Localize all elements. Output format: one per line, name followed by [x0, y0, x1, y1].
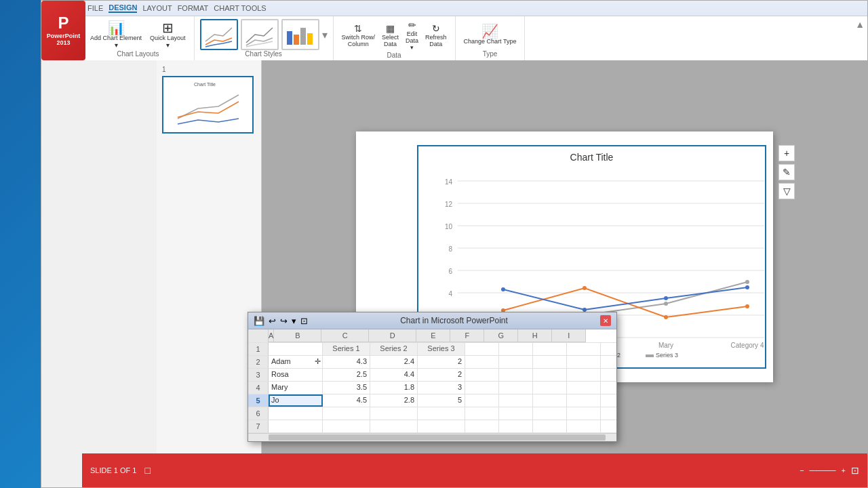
cell-c6[interactable]	[370, 407, 418, 420]
cell-i7[interactable]	[601, 420, 616, 432]
col-header-i[interactable]: I	[552, 329, 586, 342]
collapse-ribbon-button[interactable]: ▲	[852, 16, 867, 60]
chart-style-2[interactable]	[241, 19, 279, 50]
cell-h6[interactable]	[567, 407, 601, 420]
cell-c2[interactable]: 2.4	[370, 356, 418, 368]
cell-a1[interactable]	[269, 343, 323, 355]
cell-f6[interactable]	[499, 407, 533, 420]
cell-e5[interactable]	[465, 394, 499, 407]
cell-a3[interactable]: Rosa	[269, 369, 323, 381]
cell-b5[interactable]: 4.5	[323, 394, 370, 407]
cell-d5[interactable]: 5	[418, 394, 465, 407]
zoom-in-btn[interactable]: +	[842, 466, 846, 474]
cell-a5[interactable]: Jo	[269, 394, 323, 407]
cell-b6[interactable]	[323, 407, 370, 420]
add-chart-element-button[interactable]: 📊 Add Chart Element ▾	[87, 20, 144, 50]
change-chart-type-button[interactable]: 📈 Change Chart Type	[461, 23, 519, 46]
embed-icon[interactable]: ⊡	[300, 316, 308, 326]
cell-i4[interactable]	[601, 382, 616, 394]
col-header-a[interactable]: A	[269, 329, 274, 342]
file-tab[interactable]: FILE	[87, 4, 103, 12]
select-data-button[interactable]: ▦ SelectData	[380, 22, 401, 48]
fit-slide-btn[interactable]: ⊡	[851, 465, 859, 476]
cell-d2[interactable]: 2	[418, 356, 465, 368]
col-header-e[interactable]: E	[416, 329, 450, 342]
col-header-d[interactable]: D	[369, 329, 416, 342]
cell-c5[interactable]: 2.8	[370, 394, 418, 407]
cell-h3[interactable]	[567, 369, 601, 381]
more-icon[interactable]: ▾	[292, 316, 296, 326]
cell-i6[interactable]	[601, 407, 616, 420]
cell-b2[interactable]: 4.3	[323, 356, 370, 368]
col-header-g[interactable]: G	[484, 329, 518, 342]
cell-f3[interactable]	[499, 369, 533, 381]
cell-h4[interactable]	[567, 382, 601, 394]
col-header-b[interactable]: B	[274, 329, 321, 342]
save-icon[interactable]: 💾	[254, 316, 264, 326]
cell-e6[interactable]	[465, 407, 499, 420]
chart-styles-expand[interactable]: ▾	[322, 28, 328, 41]
slide-thumbnail[interactable]: Chart Title	[162, 76, 254, 134]
cell-d4[interactable]: 3	[418, 382, 465, 394]
cell-f4[interactable]	[499, 382, 533, 394]
redo-icon[interactable]: ↪	[280, 316, 288, 326]
cell-d6[interactable]	[418, 407, 465, 420]
cell-i2[interactable]	[601, 356, 616, 368]
cell-b3[interactable]: 2.5	[323, 369, 370, 381]
cell-d1[interactable]: Series 3	[418, 343, 465, 355]
cell-g4[interactable]	[533, 382, 567, 394]
cell-e4[interactable]	[465, 382, 499, 394]
layout-tab[interactable]: LAYOUT	[142, 4, 172, 12]
cell-h1[interactable]	[567, 343, 601, 355]
chart-style-1[interactable]	[200, 19, 238, 50]
cell-i3[interactable]	[601, 369, 616, 381]
cell-g1[interactable]	[533, 343, 567, 355]
chart-filter-btn[interactable]: ▽	[778, 183, 795, 199]
cell-a6[interactable]	[269, 407, 323, 420]
scroll-thumb[interactable]	[269, 434, 606, 441]
cell-g5[interactable]	[533, 394, 567, 407]
cell-a2[interactable]: Adam ✛	[269, 356, 323, 368]
add-chart-element-btn[interactable]: +	[778, 145, 795, 161]
cell-f2[interactable]	[499, 356, 533, 368]
col-header-h[interactable]: H	[518, 329, 552, 342]
cell-c7[interactable]	[370, 420, 418, 432]
chart-style-btn[interactable]: ✎	[778, 164, 795, 180]
cell-f7[interactable]	[499, 420, 533, 432]
cell-d7[interactable]	[418, 420, 465, 432]
switch-row-col-button[interactable]: ⇅ Switch Row/Column	[340, 22, 378, 48]
chart-style-3[interactable]	[281, 19, 319, 50]
cell-e3[interactable]	[465, 369, 499, 381]
dialog-close-button[interactable]: ✕	[600, 315, 611, 326]
cell-d3[interactable]: 2	[418, 369, 465, 381]
cell-f5[interactable]	[499, 394, 533, 407]
chart-design-tab[interactable]: DESIGN	[108, 3, 137, 13]
cell-c4[interactable]: 1.8	[370, 382, 418, 394]
cell-h2[interactable]	[567, 356, 601, 368]
cell-h5[interactable]	[567, 394, 601, 407]
cell-b1[interactable]: Series 1	[323, 343, 370, 355]
notes-icon[interactable]: □	[144, 465, 150, 476]
col-header-f[interactable]: F	[450, 329, 484, 342]
cell-g2[interactable]	[533, 356, 567, 368]
cell-i5[interactable]	[601, 394, 616, 407]
refresh-data-button[interactable]: ↻ RefreshData	[423, 22, 449, 48]
cell-a4[interactable]: Mary	[269, 382, 323, 394]
col-header-c[interactable]: C	[321, 329, 369, 342]
cell-g6[interactable]	[533, 407, 567, 420]
cell-h7[interactable]	[567, 420, 601, 432]
cell-b4[interactable]: 3.5	[323, 382, 370, 394]
zoom-out-btn[interactable]: −	[800, 466, 804, 474]
cell-c1[interactable]: Series 2	[370, 343, 418, 355]
cell-c3[interactable]: 4.4	[370, 369, 418, 381]
cell-b7[interactable]	[323, 420, 370, 432]
cell-e2[interactable]	[465, 356, 499, 368]
format-tab[interactable]: FORMAT	[178, 4, 209, 12]
cell-f1[interactable]	[499, 343, 533, 355]
cell-i1[interactable]	[601, 343, 616, 355]
cell-g7[interactable]	[533, 420, 567, 432]
undo-icon[interactable]: ↩	[269, 316, 276, 326]
cell-e7[interactable]	[465, 420, 499, 432]
horizontal-scrollbar[interactable]	[248, 433, 616, 441]
quick-layout-button[interactable]: ⊞ Quick Layout ▾	[147, 20, 189, 50]
